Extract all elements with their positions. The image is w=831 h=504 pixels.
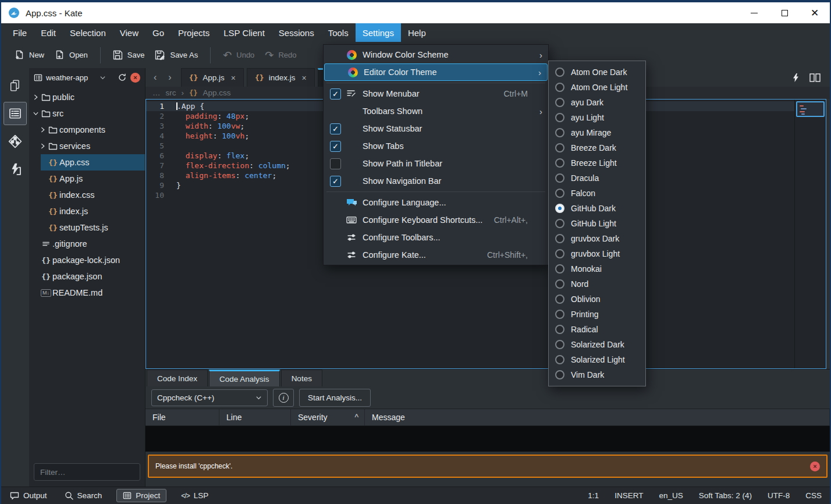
status-dictionary[interactable]: en_US bbox=[659, 491, 683, 500]
tree-item-package-lock-json[interactable]: {}package-lock.json bbox=[29, 252, 145, 268]
theme-option-ayu-mirage[interactable]: ayu Mirage bbox=[549, 125, 645, 140]
theme-option-radical[interactable]: Radical bbox=[549, 322, 645, 337]
minimize-button[interactable] bbox=[739, 2, 769, 23]
theme-option-github-light[interactable]: GitHub Light bbox=[549, 216, 645, 231]
theme-option-printing[interactable]: Printing bbox=[549, 307, 645, 322]
tab-close-icon[interactable]: × bbox=[301, 73, 306, 83]
menu-item-configure-toolbars[interactable]: Configure Toolbars... bbox=[324, 229, 548, 246]
statusbar-lsp-button[interactable]: </>LSP bbox=[178, 489, 211, 502]
tree-item-index-css[interactable]: {}index.css bbox=[29, 187, 145, 203]
menu-edit[interactable]: Edit bbox=[34, 23, 63, 42]
minimap[interactable] bbox=[794, 100, 826, 368]
theme-option-github-dark[interactable]: GitHub Dark bbox=[549, 201, 645, 216]
undo-button[interactable]: ↶Undo bbox=[218, 46, 260, 65]
tree-item-index-js[interactable]: {}index.js bbox=[29, 203, 145, 219]
status-input-mode[interactable]: INSERT bbox=[615, 491, 643, 500]
tree-item-services[interactable]: services bbox=[29, 138, 145, 154]
theme-option-falcon[interactable]: Falcon bbox=[549, 186, 645, 201]
theme-option-ayu-light[interactable]: ayu Light bbox=[549, 110, 645, 125]
maximize-button[interactable] bbox=[769, 2, 800, 23]
tree-item-readme-md[interactable]: M↓README.md bbox=[29, 285, 145, 301]
tree-item-public[interactable]: public bbox=[29, 89, 145, 105]
quick-open-icon[interactable] bbox=[793, 73, 799, 82]
menu-item-configure-keyboard-shortcuts[interactable]: Configure Keyboard Shortcuts...Ctrl+Alt+… bbox=[324, 211, 548, 229]
menu-help[interactable]: Help bbox=[401, 23, 433, 42]
column-header-message[interactable]: Message bbox=[365, 409, 830, 425]
theme-option-dracula[interactable]: Dracula bbox=[549, 171, 645, 186]
tree-item-setuptests-js[interactable]: {}setupTests.js bbox=[29, 219, 145, 236]
menu-item-show-menubar[interactable]: ✓Show MenubarCtrl+M bbox=[324, 85, 548, 102]
breadcrumb-parent[interactable]: src bbox=[166, 88, 176, 97]
menu-item-show-navigation-bar[interactable]: ✓Show Navigation Bar bbox=[324, 172, 548, 190]
theme-option-gruvbox-light[interactable]: gruvbox Light bbox=[549, 246, 645, 261]
menu-item-configure-language[interactable]: Configure Language... bbox=[324, 194, 548, 211]
theme-option-oblivion[interactable]: Oblivion bbox=[549, 292, 645, 307]
tree-item-components[interactable]: components bbox=[29, 122, 145, 138]
close-button[interactable]: ✕ bbox=[800, 2, 830, 23]
menu-view[interactable]: View bbox=[113, 23, 145, 42]
tab-close-icon[interactable]: × bbox=[231, 73, 236, 83]
theme-option-breeze-dark[interactable]: Breeze Dark bbox=[549, 140, 645, 155]
tab-index-js[interactable]: {}index.js× bbox=[247, 68, 315, 87]
theme-option-ayu-dark[interactable]: ayu Dark bbox=[549, 95, 645, 110]
save-as-button[interactable]: Save As bbox=[150, 46, 203, 64]
column-header-line[interactable]: Line bbox=[219, 409, 291, 425]
activity-documents-button[interactable] bbox=[3, 74, 27, 97]
chevron-right-icon[interactable] bbox=[38, 126, 47, 133]
panel-tab-code-analysis[interactable]: Code Analysis bbox=[209, 370, 280, 386]
status-encoding[interactable]: UTF-8 bbox=[768, 491, 790, 500]
breadcrumb-collapsed[interactable]: … bbox=[152, 88, 161, 97]
menu-file[interactable]: File bbox=[6, 23, 34, 42]
menu-item-editor-color-theme[interactable]: Editor Color Theme› bbox=[324, 63, 548, 81]
menu-item-toolbars-shown[interactable]: Toolbars Shown› bbox=[324, 102, 548, 120]
status-syntax-mode[interactable]: CSS bbox=[805, 491, 822, 500]
menu-item-show-tabs[interactable]: ✓Show Tabs bbox=[324, 137, 548, 155]
theme-option-gruvbox-dark[interactable]: gruvbox Dark bbox=[549, 231, 645, 246]
menu-projects[interactable]: Projects bbox=[171, 23, 216, 42]
menu-item-show-path-in-titlebar[interactable]: Show Path in Titlebar bbox=[324, 155, 548, 172]
menu-item-configure-kate[interactable]: Configure Kate...Ctrl+Shift+, bbox=[324, 246, 548, 264]
tree-item-package-json[interactable]: {}package.json bbox=[29, 268, 145, 285]
status-tab-settings[interactable]: Soft Tabs: 2 (4) bbox=[699, 491, 752, 500]
panel-tab-notes[interactable]: Notes bbox=[281, 370, 322, 386]
menu-item-window-color-scheme[interactable]: Window Color Scheme› bbox=[324, 46, 548, 63]
theme-option-vim-dark[interactable]: Vim Dark bbox=[549, 367, 645, 382]
theme-option-monokai[interactable]: Monokai bbox=[549, 261, 645, 276]
project-selector[interactable]: weather-app bbox=[34, 73, 114, 82]
menu-selection[interactable]: Selection bbox=[63, 23, 113, 42]
new-button[interactable]: New bbox=[9, 46, 49, 64]
theme-option-atom-one-light[interactable]: Atom One Light bbox=[549, 80, 645, 95]
analyzer-info-button[interactable]: i bbox=[273, 389, 294, 407]
theme-option-atom-one-dark[interactable]: Atom One Dark bbox=[549, 65, 645, 80]
statusbar-search-button[interactable]: Search bbox=[62, 489, 105, 502]
analyzer-select[interactable]: Cppcheck (C++) bbox=[151, 389, 268, 406]
minimap-viewport[interactable] bbox=[796, 101, 825, 117]
start-analysis-button[interactable]: Start Analysis... bbox=[299, 389, 371, 407]
panel-tab-code-index[interactable]: Code Index bbox=[147, 370, 208, 386]
column-header-file[interactable]: File bbox=[145, 409, 219, 425]
status-cursor-position[interactable]: 1:1 bbox=[588, 491, 599, 500]
tree-item-src[interactable]: src bbox=[29, 105, 145, 122]
tree-item-app-css[interactable]: {}App.css bbox=[29, 154, 145, 171]
menu-go[interactable]: Go bbox=[145, 23, 171, 42]
chevron-right-icon[interactable] bbox=[38, 143, 47, 150]
tab-app-js[interactable]: {}App.js× bbox=[181, 68, 244, 87]
tree-item-app-js[interactable]: {}App.js bbox=[29, 171, 145, 187]
menu-tools[interactable]: Tools bbox=[321, 23, 356, 42]
project-close-button[interactable]: × bbox=[130, 73, 140, 83]
redo-button[interactable]: ↷Redo bbox=[260, 46, 301, 65]
activity-symbols-button[interactable] bbox=[3, 158, 27, 181]
column-header-severity[interactable]: Severity^ bbox=[291, 409, 365, 425]
tree-filter-input[interactable] bbox=[34, 463, 140, 481]
theme-option-nord[interactable]: Nord bbox=[549, 276, 645, 292]
theme-option-solarized-light[interactable]: Solarized Light bbox=[549, 352, 645, 367]
breadcrumb-file[interactable]: App.css bbox=[203, 88, 230, 97]
statusbar-project-button[interactable]: Project bbox=[116, 489, 166, 502]
menu-lsp-client[interactable]: LSP Client bbox=[216, 23, 272, 42]
menu-item-show-statusbar[interactable]: ✓Show Statusbar bbox=[324, 120, 548, 137]
theme-option-breeze-light[interactable]: Breeze Light bbox=[549, 155, 645, 171]
tab-forward-button[interactable]: › bbox=[168, 72, 171, 83]
menu-sessions[interactable]: Sessions bbox=[272, 23, 321, 42]
save-button[interactable]: Save bbox=[108, 46, 150, 64]
project-reload-button[interactable] bbox=[118, 73, 127, 82]
